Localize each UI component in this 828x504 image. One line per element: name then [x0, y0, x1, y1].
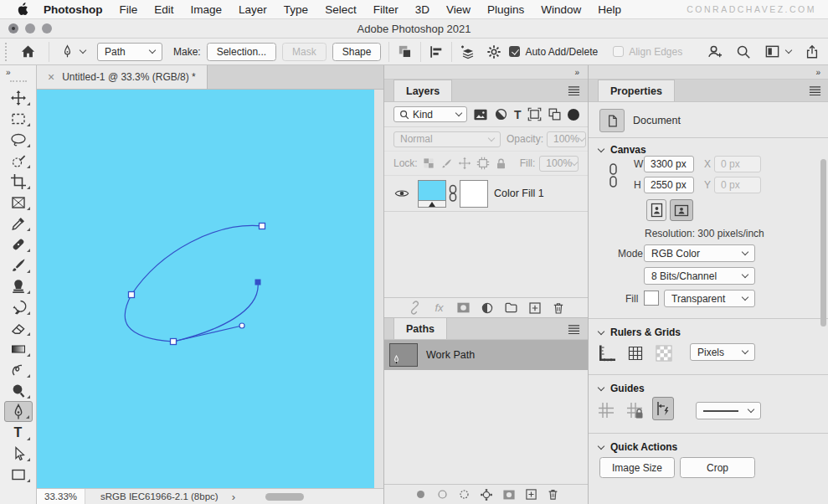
crop-button[interactable]: Crop — [680, 457, 755, 478]
menu-3d[interactable]: 3D — [407, 3, 438, 16]
fill-dropdown[interactable]: 100% — [539, 156, 579, 172]
constrain-wh-link-icon[interactable] — [608, 159, 619, 193]
fill-layer-thumbnail[interactable] — [418, 180, 446, 208]
collapse-tools-icon[interactable]: » — [0, 65, 11, 79]
canvas-y-input[interactable]: 0 px — [714, 177, 761, 193]
layer-mask-thumbnail[interactable] — [460, 180, 488, 208]
menu-file[interactable]: File — [111, 3, 147, 16]
lock-pixels-icon[interactable] — [440, 157, 453, 170]
path-selection-tool[interactable] — [4, 443, 33, 464]
add-mask-from-path-icon[interactable] — [502, 489, 516, 501]
properties-scrollbar-thumb[interactable] — [820, 159, 826, 327]
pen-path-overlay[interactable] — [37, 90, 374, 488]
pen-tool[interactable] — [4, 401, 33, 422]
canvas-section-header[interactable]: Canvas — [599, 141, 646, 159]
work-path-thumbnail[interactable] — [389, 343, 418, 367]
layer-filter-toggle[interactable] — [568, 109, 579, 121]
eraser-tool[interactable] — [4, 317, 33, 338]
frame-tool[interactable] — [4, 192, 33, 213]
home-icon[interactable] — [20, 44, 36, 59]
menu-select[interactable]: Select — [316, 3, 365, 16]
bit-depth-dropdown[interactable]: 8 Bits/Channel — [644, 267, 755, 285]
path-arrangement-icon[interactable] — [460, 44, 476, 60]
path-operations-icon[interactable] — [397, 44, 413, 59]
document-tab[interactable]: × Untitled-1 @ 33.3% (RGB/8) * — [37, 65, 208, 89]
stroke-path-icon[interactable] — [436, 488, 449, 501]
new-path-icon[interactable] — [525, 488, 537, 501]
close-document-icon[interactable]: × — [48, 71, 54, 83]
toggle-rulers-icon[interactable] — [598, 344, 616, 363]
add-layer-mask-icon[interactable] — [456, 301, 471, 314]
image-size-button[interactable]: Image Size — [599, 457, 675, 478]
gradient-tool[interactable] — [4, 338, 33, 359]
make-selection-button[interactable]: Selection... — [207, 43, 276, 61]
horizontal-scrollbar[interactable] — [235, 489, 383, 504]
link-layers-icon[interactable] — [408, 301, 422, 315]
toggle-transparency-icon[interactable] — [656, 345, 672, 362]
blend-mode-dropdown[interactable]: Normal — [393, 131, 501, 147]
menu-filter[interactable]: Filter — [365, 3, 407, 16]
menu-layer[interactable]: Layer — [230, 3, 275, 16]
opacity-dropdown[interactable]: 100% — [547, 131, 586, 147]
guides-section-header[interactable]: Guides — [599, 379, 645, 398]
selection-as-path-icon[interactable] — [480, 488, 493, 501]
canvas[interactable] — [37, 90, 374, 488]
move-tool[interactable] — [4, 87, 33, 108]
options-bar-grip[interactable] — [5, 43, 8, 61]
auto-add-delete-checkbox[interactable] — [509, 46, 520, 57]
healing-brush-tool[interactable] — [4, 234, 33, 255]
share-account-icon[interactable] — [707, 44, 723, 59]
canvas-x-input[interactable]: 0 px — [714, 156, 761, 172]
history-brush-tool[interactable] — [4, 296, 33, 317]
lasso-tool[interactable] — [4, 129, 33, 150]
new-group-folder-icon[interactable] — [504, 301, 518, 315]
menu-help[interactable]: Help — [589, 3, 630, 16]
path-as-selection-icon[interactable] — [458, 488, 471, 501]
layer-visibility-eye-icon[interactable] — [394, 186, 409, 201]
lock-position-icon[interactable] — [458, 157, 471, 170]
horizontal-scrollbar-thumb[interactable] — [265, 493, 304, 501]
brush-tool[interactable] — [4, 255, 33, 275]
layers-panel-menu-icon[interactable] — [568, 85, 580, 95]
canvas-fill-swatch[interactable] — [644, 291, 659, 306]
blur-tool[interactable] — [4, 359, 33, 380]
filter-shape-layers-icon[interactable] — [527, 107, 542, 121]
make-mask-button[interactable]: Mask — [282, 43, 327, 61]
lock-all-icon[interactable] — [495, 157, 507, 170]
tools-panel-grip[interactable] — [10, 80, 27, 82]
rectangle-tool[interactable] — [4, 464, 33, 485]
menu-photoshop[interactable]: Photoshop — [32, 3, 111, 16]
ruler-units-dropdown[interactable]: Pixels — [690, 343, 755, 361]
filter-adjustment-layers-icon[interactable] — [494, 107, 508, 121]
work-path-row[interactable]: Work Path — [384, 340, 588, 370]
color-mode-dropdown[interactable]: RGB Color — [644, 244, 755, 262]
share-export-icon[interactable] — [805, 44, 820, 59]
rulers-grids-section-header[interactable]: Rulers & Grids — [599, 323, 681, 342]
tab-properties[interactable]: Properties — [598, 80, 675, 101]
workspace-switcher-icon[interactable] — [764, 44, 791, 59]
menu-image[interactable]: Image — [183, 3, 231, 16]
make-shape-button[interactable]: Shape — [332, 43, 382, 61]
filter-type-layers-icon[interactable]: T — [514, 108, 522, 121]
tab-layers[interactable]: Layers — [393, 80, 452, 101]
search-icon[interactable] — [736, 44, 751, 59]
path-name[interactable]: Work Path — [426, 349, 475, 361]
layer-filter-kind-dropdown[interactable]: Kind — [393, 106, 467, 122]
menu-edit[interactable]: Edit — [146, 3, 182, 16]
canvas-height-input[interactable]: 2550 px — [644, 177, 694, 193]
lock-artboard-icon[interactable] — [476, 157, 490, 170]
fill-path-icon[interactable] — [414, 488, 427, 501]
apple-menu-icon[interactable] — [12, 3, 32, 16]
new-adjustment-layer-icon[interactable] — [481, 301, 494, 315]
toggle-guides-icon[interactable] — [597, 401, 615, 419]
layer-mask-link-icon[interactable] — [448, 184, 458, 203]
pen-tool-preset-icon[interactable] — [60, 44, 85, 59]
type-tool[interactable]: T — [4, 422, 33, 443]
canvas-fill-dropdown[interactable]: Transparent — [664, 290, 755, 307]
gear-icon[interactable] — [486, 44, 501, 59]
collapse-panels-icon[interactable]: » — [815, 68, 820, 77]
crop-tool[interactable] — [4, 171, 33, 192]
layer-row-color-fill-1[interactable]: Color Fill 1 — [384, 175, 588, 212]
lock-transparency-icon[interactable] — [422, 157, 435, 170]
filter-pixel-layers-icon[interactable] — [473, 108, 488, 121]
